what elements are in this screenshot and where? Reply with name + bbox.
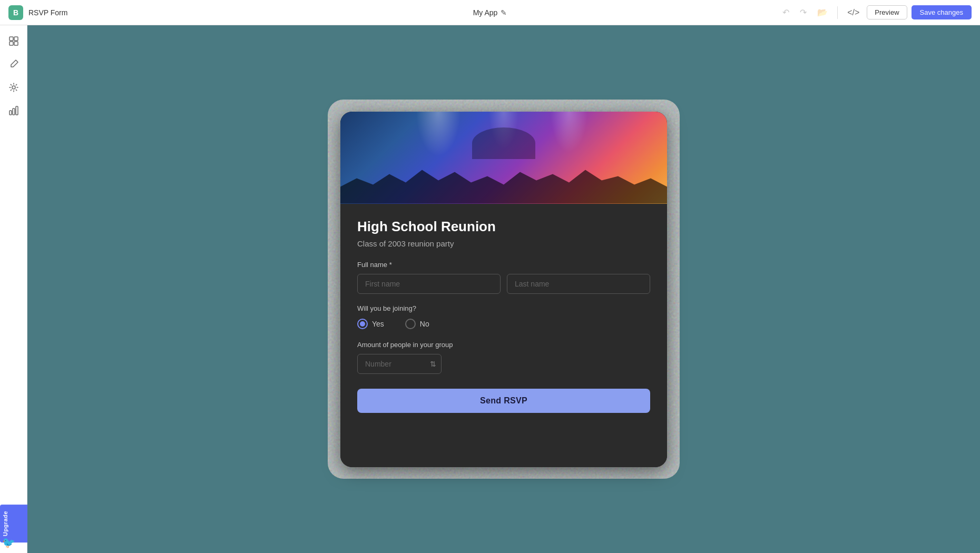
- sidebar-item-analytics[interactable]: [4, 101, 23, 120]
- svg-rect-5: [9, 111, 12, 115]
- first-name-input[interactable]: [357, 274, 501, 294]
- full-name-label: Full name *: [357, 261, 650, 269]
- svg-point-4: [12, 86, 15, 89]
- radio-no[interactable]: No: [405, 319, 429, 329]
- header-center: My App ✎: [473, 8, 507, 17]
- header-left: B RSVP Form: [8, 5, 67, 20]
- send-rsvp-button[interactable]: Send RSVP: [357, 389, 650, 413]
- joining-label: Will you be joining?: [357, 304, 650, 312]
- hero-stage: [472, 127, 535, 159]
- svg-rect-0: [9, 37, 13, 41]
- main-layout: High School Reunion Class of 2003 reunio…: [0, 25, 980, 553]
- radio-no-circle: [405, 319, 416, 329]
- form-subtitle: Class of 2003 reunion party: [357, 239, 650, 248]
- canvas-area: High School Reunion Class of 2003 reunio…: [27, 25, 980, 553]
- svg-rect-7: [16, 106, 18, 115]
- publish-button[interactable]: 📂: [814, 5, 831, 19]
- save-changes-button[interactable]: Save changes: [912, 5, 972, 19]
- radio-yes-label: Yes: [372, 320, 384, 328]
- svg-rect-2: [9, 42, 13, 45]
- radio-yes-circle: [357, 319, 368, 329]
- undo-button[interactable]: ↶: [779, 5, 792, 19]
- device-frame-outer: High School Reunion Class of 2003 reunio…: [328, 100, 680, 479]
- last-name-input[interactable]: [507, 274, 650, 294]
- app-name-label: RSVP Form: [28, 8, 67, 17]
- svg-rect-1: [14, 37, 18, 41]
- header: B RSVP Form My App ✎ ↶ ↷ 📂 </> Preview S…: [0, 0, 980, 25]
- edit-title-icon[interactable]: ✎: [501, 8, 507, 17]
- device-frame: High School Reunion Class of 2003 reunio…: [340, 112, 667, 467]
- header-divider: [837, 6, 838, 19]
- form-title: High School Reunion: [357, 219, 650, 235]
- svg-rect-6: [13, 108, 15, 115]
- sidebar: [0, 25, 27, 553]
- number-input-wrap: Number 1 2 3 4 5+ ⇅: [357, 354, 442, 374]
- hero-image: [340, 112, 667, 204]
- sidebar-item-layout[interactable]: [4, 32, 23, 51]
- radio-no-label: No: [420, 320, 429, 328]
- name-row: [357, 274, 650, 294]
- header-right: ↶ ↷ 📂 </> Preview Save changes: [779, 5, 972, 19]
- preview-button[interactable]: Preview: [867, 5, 907, 19]
- radio-row: Yes No: [357, 319, 650, 329]
- sidebar-item-settings[interactable]: [4, 78, 23, 97]
- amount-label: Amount of people in your group: [357, 341, 650, 349]
- radio-yes[interactable]: Yes: [357, 319, 384, 329]
- app-logo: B: [8, 5, 23, 20]
- number-select[interactable]: Number 1 2 3 4 5+: [357, 354, 442, 374]
- svg-rect-3: [14, 42, 18, 45]
- bottom-mascot: 🐦: [2, 536, 15, 549]
- sidebar-item-tools[interactable]: [4, 55, 23, 74]
- redo-button[interactable]: ↷: [797, 5, 810, 19]
- code-button[interactable]: </>: [844, 6, 863, 19]
- center-title: My App: [473, 8, 498, 17]
- form-content: High School Reunion Class of 2003 reunio…: [340, 204, 667, 467]
